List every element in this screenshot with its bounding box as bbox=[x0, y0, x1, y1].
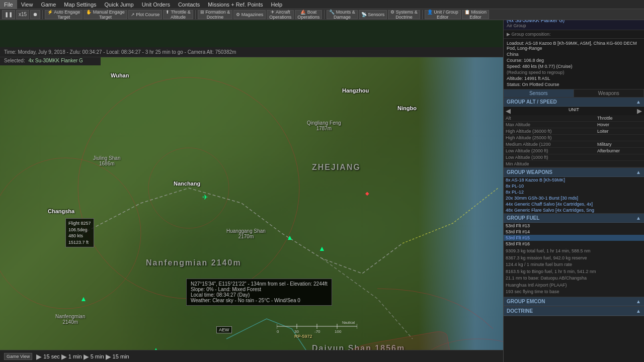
city-wuhan: Wuhan bbox=[111, 72, 129, 78]
city-hangzhou: Hangzhou bbox=[342, 87, 369, 94]
time-1min-label: 1 min bbox=[68, 353, 82, 359]
game-view-button[interactable]: Game View bbox=[4, 353, 32, 360]
alt-table-row[interactable]: Min Altitude bbox=[504, 161, 644, 167]
menu-file[interactable]: File bbox=[0, 0, 17, 9]
time-15sec-label: 15 sec bbox=[43, 353, 59, 359]
alt-prev-button[interactable]: ◀ bbox=[506, 107, 511, 115]
alt-speed-header[interactable]: GROUP ALT / SPEED ▲ bbox=[504, 98, 644, 107]
manual-engage-button[interactable]: ✋ Manual EngageTarget bbox=[84, 10, 127, 19]
play-1min-button[interactable]: ▶ bbox=[61, 352, 67, 360]
weapon-item[interactable]: 8x AS-18 Kazoo B [Kh-59MK] bbox=[504, 177, 644, 183]
alt-row-throttle bbox=[595, 154, 644, 161]
altitude-row: Altitude: 14991 ft ASL bbox=[507, 75, 641, 81]
aew-label: AEW bbox=[216, 326, 232, 333]
peak-qingliang: Qingliang Feng1787m bbox=[307, 120, 341, 131]
fuel-header[interactable]: GROUP FUEL ▲ bbox=[504, 214, 644, 223]
auto-engage-button[interactable]: ⚡ Auto EngageTarget bbox=[45, 10, 83, 19]
emcon-section: GROUP EMCON ▲ bbox=[504, 297, 644, 307]
throttle-header: Throttle bbox=[595, 115, 644, 122]
map-area[interactable]: ZHEJIANG Nanfengmian 2140m Daiyun Shan 1… bbox=[0, 47, 503, 350]
emcon-title: GROUP EMCON bbox=[507, 299, 545, 304]
time-5min-label: 5 min bbox=[91, 353, 104, 359]
alt-table-row[interactable]: High Altitude (36000 ft)Loiter bbox=[504, 128, 644, 135]
unit-hostile-1[interactable]: ◆ bbox=[365, 191, 369, 196]
svg-text:Nautical: Nautical bbox=[342, 321, 355, 324]
unit-friendly-1[interactable]: ▲ bbox=[286, 233, 293, 241]
doctrine-header[interactable]: DOCTRINE ▲ bbox=[504, 307, 644, 316]
alt-table-row[interactable]: Low Altitude (1000 ft) bbox=[504, 154, 644, 161]
weapon-item[interactable]: 48x Generic Flare Salvo [4x Cartridges, … bbox=[504, 207, 644, 213]
alt-next-button[interactable]: ▶ bbox=[637, 107, 642, 115]
record-button[interactable]: ⏺ bbox=[30, 10, 40, 19]
speed-note-row: (Reducing speed to regroup) bbox=[507, 69, 641, 75]
alt-table-row[interactable]: Max AltitudeHover bbox=[504, 122, 644, 128]
fuel-unit-row[interactable]: 53rd Flt #13 bbox=[504, 223, 644, 229]
doctrine-title: DOCTRINE bbox=[507, 308, 533, 314]
play-15min-button[interactable]: ▶ bbox=[106, 352, 111, 360]
weapons-title: GROUP WEAPONS bbox=[507, 169, 552, 175]
systems-button[interactable]: ⚙ Systems &Doctrine bbox=[388, 10, 420, 19]
city-nanchang: Nanchang bbox=[174, 180, 200, 187]
mounts-button[interactable]: 🔧 Mounts &Damage bbox=[327, 10, 358, 19]
alt-row-throttle bbox=[595, 161, 644, 167]
tooltip-coords: N27°15'34", E115°21'22" - 134nm from sel… bbox=[191, 281, 328, 287]
alt-table-row[interactable]: Medium Altitude (1200Military bbox=[504, 141, 644, 148]
alt-speed-title: GROUP ALT / SPEED bbox=[507, 99, 557, 105]
emcon-header[interactable]: GROUP EMCON ▲ bbox=[504, 297, 644, 306]
menu-map-settings[interactable]: Map Settings bbox=[60, 0, 100, 9]
alt-table-row[interactable]: Low Altitude (2000 ft)Afterburner bbox=[504, 148, 644, 154]
tab-sensors[interactable]: Sensors bbox=[504, 89, 574, 97]
weapons-section: GROUP WEAPONS ▲ 8x AS-18 Kazoo B [Kh-59M… bbox=[504, 168, 644, 214]
scale-bar-svg: 0 30 -70 100 Nautical bbox=[277, 319, 357, 334]
coastline bbox=[362, 47, 503, 350]
throttle-button[interactable]: ⬆ Throttle &Altitude bbox=[163, 10, 193, 19]
fuel-unit-row[interactable]: 53rd Flt #14 bbox=[504, 229, 644, 235]
play-5min-button[interactable]: ▶ bbox=[84, 352, 89, 360]
weapon-item[interactable]: 20x 30mm GSh-30-1 Burst [30 mds] bbox=[504, 195, 644, 201]
tab-weapons[interactable]: Weapons bbox=[574, 89, 645, 97]
magazines-button[interactable]: ⚙ Magazines bbox=[233, 10, 266, 19]
weapon-item[interactable]: 44x Generic Chaff Salvo [4x Cartridges, … bbox=[504, 201, 644, 207]
alt-row-label: Low Altitude (1000 ft) bbox=[504, 154, 595, 161]
fuel-unit-row[interactable]: 53rd Flt #15 bbox=[504, 235, 644, 241]
sensors-weapons-tabs: Sensors Weapons bbox=[504, 89, 644, 98]
alt-row-throttle bbox=[595, 135, 644, 141]
unit-friendly-3[interactable]: ▲ bbox=[80, 295, 87, 303]
menu-unit-orders[interactable]: Unit Orders bbox=[138, 0, 174, 9]
menu-quick-jump[interactable]: Quick Jump bbox=[101, 0, 138, 9]
menu-game[interactable]: Game bbox=[37, 0, 60, 9]
menu-help[interactable]: Help bbox=[267, 0, 286, 9]
aircraft-ops-button[interactable]: ✈ AircraftOperations bbox=[267, 10, 294, 19]
weapon-item[interactable]: 8x PL-12 bbox=[504, 189, 644, 195]
alt-table-row[interactable]: High Altitude (25000 ft) bbox=[504, 135, 644, 141]
weapon-item[interactable]: 8x PL-10 bbox=[504, 183, 644, 189]
fuel-unit-row[interactable]: 53rd Flt #16 bbox=[504, 241, 644, 247]
weapons-header[interactable]: GROUP WEAPONS ▲ bbox=[504, 168, 644, 177]
province-jiangxi: Nanfengmian 2140m bbox=[146, 258, 242, 267]
plot-course-button[interactable]: ↗ Plot Course bbox=[128, 10, 163, 19]
formation-button[interactable]: ⊞ Formation &Doctrine bbox=[198, 10, 233, 19]
alt-row-label: Max Altitude bbox=[504, 122, 595, 128]
boat-ops-button[interactable]: ⛵ BoatOperations bbox=[295, 10, 322, 19]
unit-friendly-2[interactable]: ▲ bbox=[318, 244, 326, 252]
speed-row: Speed: 480 kts (M 0.77) (Cruise) bbox=[507, 63, 641, 69]
bottombar: Game View ▶ 15 sec ▶ 1 min ▶ 5 min ▶ 15 … bbox=[0, 350, 503, 362]
mission-editor-button[interactable]: 📋 MissionEditor bbox=[462, 10, 489, 19]
menu-missions[interactable]: Missions + Ref. Points bbox=[204, 0, 267, 9]
unit-col-label: UNIT bbox=[569, 107, 579, 115]
play-15sec-button[interactable]: ▶ bbox=[36, 352, 42, 360]
peak-huanggang: Huanggang Shan2170m bbox=[226, 228, 266, 239]
menu-view[interactable]: View bbox=[17, 0, 37, 9]
group-comp-label: ▶ Group composition: bbox=[507, 32, 641, 37]
city-changsha: Changsha bbox=[48, 208, 74, 214]
unit-editor-button[interactable]: 👤 Unit / GroupEditor bbox=[425, 10, 461, 19]
scale-bar: 0 30 -70 100 Nautical bbox=[277, 319, 357, 335]
sensors-button[interactable]: 📡 Sensors bbox=[359, 10, 387, 19]
statusbar: Time: Monday, July 9, 2018 - Zulu: 00:34… bbox=[0, 47, 503, 57]
menu-contacts[interactable]: Contacts bbox=[174, 0, 204, 9]
toolbar-sep-1 bbox=[42, 10, 43, 19]
unit-flight-8257[interactable]: ✈ bbox=[202, 193, 208, 201]
pause-button[interactable]: ❚❚ bbox=[2, 10, 15, 19]
tooltip-slope: Slope: 0% - Land: Mixed Forest bbox=[191, 287, 328, 292]
unit-friendly-5[interactable]: ▲ bbox=[153, 346, 158, 350]
